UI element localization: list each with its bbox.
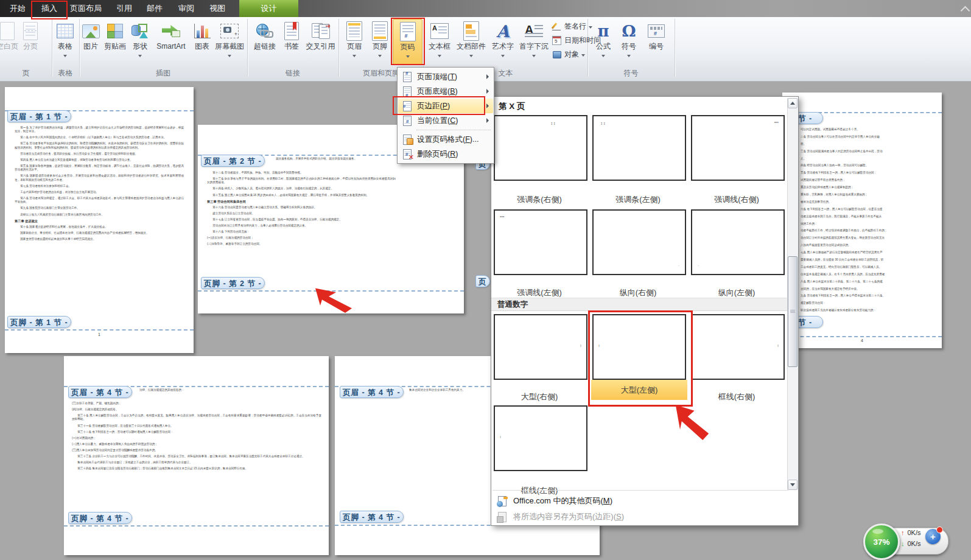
button-label: 图表 [192, 42, 212, 51]
section-tag: 页眉 - 第 4 节 - [68, 386, 132, 398]
tab-邮件[interactable]: 邮件 [140, 0, 169, 17]
clipped-line: 被依法追究刑事责任的。 [801, 200, 938, 204]
ribbon-button-剪贴画[interactable]: 剪贴画 [101, 19, 129, 64]
button-label: 页码 [393, 43, 422, 51]
ribbon-button-书签[interactable]: 书签 [280, 19, 303, 64]
dropdown-arrow-icon [469, 55, 473, 57]
tab-视图[interactable]: 视图 [203, 0, 232, 17]
paragraph: 第二章 促进就业 [15, 219, 184, 223]
gallery-item-框线(右侧)[interactable]: ı [691, 314, 785, 380]
gallery-item-强调线(左侧)[interactable]: ••• [494, 209, 587, 275]
section-tag: 页眉 - 第 4 节 - [340, 386, 404, 398]
thumb-page-number-mark: ••• [500, 214, 504, 219]
gallery-item-纵向(左侧)[interactable]: · [691, 209, 785, 275]
section-tag: 节 - [795, 316, 823, 328]
gallery-item-强调条(右侧)[interactable]: ɪ ɪ [494, 115, 587, 181]
ribbon-button-文本框[interactable]: A文本框 [426, 19, 453, 64]
thumb-page-number-mark: ɪ ɪ [601, 121, 605, 125]
clipped-line: 五条 劳动者有下列情形之一的，用人单位可以解除劳动合同： [801, 171, 938, 175]
crossref-icon [304, 20, 337, 42]
gallery-section-header: 普通数字 [491, 298, 789, 311]
clipped-line: 试用期间被证明不符合录用条件的； [801, 178, 938, 182]
ribbon-button-文档部件[interactable]: 文档部件 [454, 19, 488, 64]
scroll-down-button[interactable] [788, 480, 797, 490]
ribbon-button-SmartArt[interactable]: SmartArt [151, 19, 191, 64]
gallery-link-officecom[interactable]: Office.com 中的其他页码(M) [492, 494, 788, 508]
clipped-line: 三条 劳动合同期满或者当事人约定的劳动合同终止条件出现，劳动 [801, 150, 938, 153]
ribbon-button-页码[interactable]: #页码 [393, 19, 422, 65]
word-application-window: 开始插入页面布局引用邮件审阅视图设计 页表格插图链接页眉和页脚文本符号空白页分页… [0, 0, 971, 560]
tab-页面布局[interactable]: 页面布局 [67, 0, 105, 17]
gallery-scrollbar[interactable] [787, 98, 798, 490]
tab-引用[interactable]: 引用 [110, 0, 139, 17]
tab-审阅[interactable]: 审阅 [172, 0, 201, 17]
tab-设计[interactable]: 设计 [239, 0, 298, 17]
signature-icon [552, 22, 562, 32]
ribbon-button-图片[interactable]: 图片 [81, 19, 100, 64]
ribbon-button-艺术字[interactable]: A艺术字 [489, 19, 516, 64]
chart-icon [192, 20, 212, 42]
ribbon-button-超链接[interactable]: 超链接 [251, 19, 279, 64]
tab-插入[interactable]: 插入 [32, 0, 66, 17]
net-monitor-widget[interactable]: ↑0K/s ↓0K/s + 37% [863, 523, 948, 559]
menu-item-删除页码[interactable]: #✕删除页码(R) [398, 147, 493, 161]
ribbon-button-图表[interactable]: 图表 [192, 19, 212, 64]
ribbon-button-公式[interactable]: π公式 [592, 19, 615, 64]
thumb-page-number-mark: · [678, 264, 679, 268]
page-bottom-icon: # [401, 86, 413, 97]
ribbon-button-屏幕截图[interactable]: +屏幕截图 [213, 19, 246, 64]
button-label: 艺术字 [489, 42, 516, 51]
menu-item-页边距[interactable]: #页边距(P) [398, 99, 493, 113]
page-5[interactable]: 页眉 - 第 4 节 -法律、行政法规规定的其他情形的：(三)女职工在孕期、产期… [64, 356, 329, 555]
gallery-item-强调线(右侧)[interactable]: ••• [691, 115, 785, 181]
bookmark-icon [280, 20, 303, 42]
dropdown-arrow-icon [352, 55, 356, 57]
gallery-item-强调条(左侧)[interactable]: ɪ ɪ [592, 115, 686, 181]
thumb-page-number-mark: ɪ ɪ [551, 121, 555, 125]
menu-item-当前位置[interactable]: #当前位置(C) [398, 113, 493, 128]
clipped-line: 合同的，应当依照国家有关规定给予经济补偿。 [801, 287, 938, 291]
clipped-line: 规定解除劳动合同： [801, 301, 938, 305]
ribbon-button-分页[interactable]: 分页 [18, 19, 43, 64]
paragraph: 劳动者应当完成劳动任务，提高职业技能，执行劳动安全卫生规程，遵守劳动纪律和职业道… [15, 152, 184, 156]
submenu-arrow-icon [486, 103, 489, 108]
page-1[interactable]: 页眉 - 第 1 节 -第一条 为了保护劳动者的合法权益，调整劳动关系，建立和维… [5, 87, 194, 353]
ribbon-button-编号[interactable]: #编号 [643, 19, 670, 64]
gallery-item-大型(右侧)[interactable]: ı [494, 314, 587, 380]
tab-开始[interactable]: 开始 [5, 0, 30, 17]
button-label: 超链接 [251, 42, 279, 51]
ribbon-button-页脚[interactable]: 页脚 [368, 19, 392, 64]
gallery-item-大型(左侧)[interactable]: ı [592, 314, 686, 380]
gallery-item-框线(左侧)[interactable]: ı [494, 405, 587, 471]
paragraph: 第六条 国家提倡劳动者参加社会义务劳动，开展劳动竞赛和合理化建议活动，鼓励和保护… [15, 174, 184, 182]
scroll-up-button[interactable] [788, 98, 797, 108]
menu-item-设置页码格式[interactable]: 设置页码格式(F)... [398, 132, 493, 147]
scrollbar-thumb[interactable] [788, 256, 797, 367]
page-4[interactable]: 节 -可以约定试用期。试用期最长不得超过 6 个月。二条 劳动合同当事人可以在劳… [782, 93, 942, 348]
paragraph: 劳动合同依法订立即具有法律约束力，当事人必须履行劳动合同规定的义务。 [207, 224, 396, 228]
ribbon-button-表格[interactable]: 表格 [52, 19, 78, 64]
button-label: 形状 [130, 42, 150, 51]
page-body-text: (三)女职工在孕期、产期、哺乳期内的；(四)法律、行政法规规定的其他情形。第三十… [72, 402, 321, 504]
optimizer-ball[interactable]: 37% [863, 523, 900, 560]
clipped-line: 六条 有下列情形之一的，用人单位可以解除劳动合同，但是应当提 [801, 208, 938, 211]
section-tag: 页眉 - 第 1 节 - [7, 110, 71, 122]
ribbon-button-交叉引用[interactable]: 交叉引用 [304, 19, 337, 64]
button-label: 书签 [280, 42, 303, 51]
clipped-line: 动者不能胜任工作，经过培训或者调整工作岗位，仍不能胜任工作的； [801, 229, 938, 233]
gallery-item-纵向(右侧)[interactable]: · [592, 209, 686, 275]
ribbon-button-形状[interactable]: 形状 [130, 19, 150, 64]
ribbon-button-首字下沉[interactable]: A首字下沉 [517, 19, 550, 64]
gallery-item-label: 框线(右侧) [690, 391, 783, 402]
ribbon-button-符号[interactable]: Ω符号 [617, 19, 640, 64]
dropdown-arrow-icon [601, 55, 605, 57]
scroll-up-icon [790, 102, 795, 105]
section-tag: 页脚 - 第 4 节 - [68, 512, 132, 524]
ribbon-button-页眉[interactable]: 页眉 [342, 19, 366, 64]
button-label: 首字下沉 [517, 42, 550, 51]
menu-item-页面顶端[interactable]: #页面顶端(T) [398, 69, 493, 84]
menu-item-label: 设置页码格式(F)... [417, 135, 478, 145]
menu-item-页面底端[interactable]: #页面底端(B) [398, 84, 493, 99]
ribbon-tab-bar: 开始插入页面布局引用邮件审阅视图设计 [0, 0, 971, 17]
page-body-text: 可以约定试用期。试用期最长不得超过 6 个月。二条 劳动合同当事人可以在劳动合同… [801, 128, 938, 329]
